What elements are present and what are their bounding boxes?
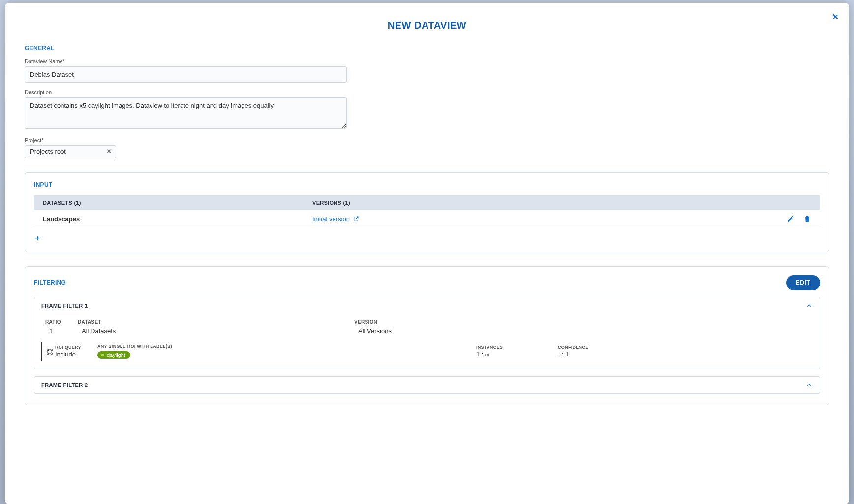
roi-query-value: Include [55, 351, 97, 358]
dataview-name-label: Dataview Name* [25, 59, 829, 64]
ratio-value: 1 [45, 327, 78, 335]
collapse-filter-1-icon[interactable] [806, 302, 813, 309]
confidence-value: - : 1 [558, 351, 617, 358]
close-button[interactable]: × [832, 12, 838, 22]
collapse-filter-2-icon[interactable] [806, 382, 813, 388]
instances-value: 1 : ∞ [476, 351, 558, 358]
frame-filter-2-title: FRAME FILTER 2 [41, 382, 88, 388]
input-table: DATASETS (1) VERSIONS (1) Landscapes Ini… [34, 195, 820, 243]
add-dataset-button[interactable]: + [34, 228, 820, 243]
input-heading: INPUT [34, 181, 820, 188]
input-section: INPUT DATASETS (1) VERSIONS (1) Landscap… [25, 172, 829, 252]
delete-row-icon[interactable] [803, 215, 811, 223]
roi-query-label: ROI QUERY [55, 345, 97, 350]
project-clear-icon[interactable]: ✕ [106, 148, 112, 155]
filter-version-value: All Versions [354, 327, 809, 335]
version-link[interactable]: Initial version [312, 215, 350, 223]
versions-column-header: VERSIONS (1) [312, 200, 811, 206]
roi-icon [46, 348, 53, 355]
tag-dot-icon [101, 354, 104, 356]
roi-query-row: ROI QUERY Include ANY SINGLE ROI WITH LA… [41, 342, 813, 361]
general-heading: GENERAL [25, 45, 829, 52]
input-row: Landscapes Initial version [34, 210, 820, 228]
edit-filtering-button[interactable]: EDIT [786, 275, 820, 290]
project-select[interactable]: Projects root ✕ [25, 145, 116, 158]
ratio-label: RATIO [45, 319, 78, 325]
description-input[interactable] [25, 97, 347, 129]
roi-labels-label: ANY SINGLE ROI WITH LABEL(S) [97, 344, 476, 349]
svg-rect-0 [47, 349, 49, 350]
filter-dataset-label: DATASET [78, 319, 354, 325]
new-dataview-modal: × NEW DATAVIEW GENERAL Dataview Name* De… [5, 3, 849, 504]
general-section: GENERAL Dataview Name* Description Proje… [25, 45, 829, 158]
svg-rect-1 [51, 349, 52, 350]
dataview-name-input[interactable] [25, 66, 347, 83]
frame-filter-1: FRAME FILTER 1 RATIO 1 DATASET All Datas… [34, 297, 820, 369]
edit-row-icon[interactable] [787, 215, 794, 223]
project-value: Projects root [30, 148, 66, 155]
svg-rect-2 [47, 353, 49, 354]
input-table-header: DATASETS (1) VERSIONS (1) [34, 195, 820, 210]
project-label: Project* [25, 137, 829, 143]
dataset-name: Landscapes [43, 215, 312, 223]
frame-filter-1-title: FRAME FILTER 1 [41, 303, 88, 309]
roi-label-tag: daylight [97, 351, 130, 359]
svg-rect-3 [51, 353, 52, 354]
instances-label: INSTANCES [476, 345, 558, 350]
tag-text: daylight [107, 352, 125, 358]
filtering-heading: FILTERING [34, 279, 66, 286]
description-label: Description [25, 89, 829, 95]
datasets-column-header: DATASETS (1) [43, 200, 312, 206]
modal-title: NEW DATAVIEW [25, 20, 829, 31]
confidence-label: CONFIDENCE [558, 345, 617, 350]
frame-filter-2: FRAME FILTER 2 [34, 376, 820, 394]
filter-dataset-value: All Datasets [78, 327, 354, 335]
external-link-icon[interactable] [353, 216, 359, 222]
filter-version-label: VERSION [354, 319, 809, 325]
filtering-section: FILTERING EDIT FRAME FILTER 1 RATIO 1 DA… [25, 266, 829, 405]
